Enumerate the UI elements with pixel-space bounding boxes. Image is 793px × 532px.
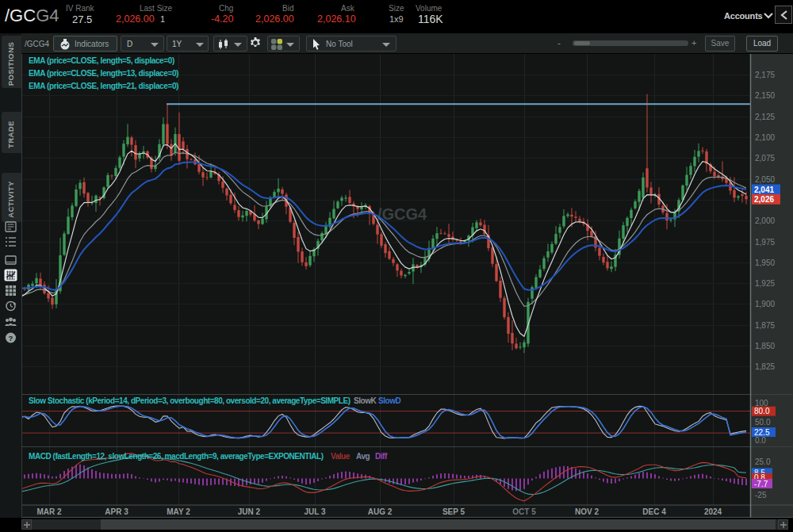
svg-text:25.0: 25.0 (755, 457, 771, 466)
svg-text:SlowK: SlowK (354, 396, 377, 405)
svg-text:NOV 2: NOV 2 (575, 507, 599, 516)
svg-text:-7.7: -7.7 (754, 480, 768, 488)
svg-text:Diff: Diff (375, 452, 388, 461)
svg-text:EMA (price=CLOSE, length=21, d: EMA (price=CLOSE, length=21, displace=0) (29, 82, 178, 90)
svg-text:OCT 5: OCT 5 (512, 507, 536, 516)
svg-text:1,925: 1,925 (755, 279, 775, 288)
svg-text:22.5: 22.5 (754, 428, 770, 437)
svg-text:2,100: 2,100 (755, 133, 775, 142)
svg-text:2024: 2024 (704, 507, 722, 516)
svg-text:MAY 2: MAY 2 (167, 507, 190, 516)
svg-text:MAR 2: MAR 2 (36, 507, 62, 516)
svg-text:JUN 2: JUN 2 (238, 507, 261, 516)
svg-text:2,000: 2,000 (755, 216, 775, 225)
svg-text:Value: Value (331, 452, 351, 461)
svg-text:0.0: 0.0 (755, 436, 766, 445)
svg-text:50.0: 50.0 (755, 418, 771, 427)
svg-text:2,175: 2,175 (755, 71, 775, 79)
svg-text:APR 3: APR 3 (105, 507, 128, 516)
svg-text:2,125: 2,125 (755, 113, 775, 121)
svg-text:/GCG4: /GCG4 (377, 205, 427, 223)
svg-text:Slow Stochastic (kPeriod=14, d: Slow Stochastic (kPeriod=14, dPeriod=3, … (29, 396, 351, 405)
svg-text:2,041: 2,041 (754, 186, 774, 194)
svg-text:2,026: 2,026 (754, 195, 774, 204)
svg-text:SlowD: SlowD (378, 396, 401, 405)
svg-text:EMA (price=CLOSE, length=13, d: EMA (price=CLOSE, length=13, displace=0) (29, 69, 178, 78)
svg-text:1,850: 1,850 (755, 342, 775, 350)
svg-text:-25: -25 (755, 491, 767, 499)
svg-text:1,950: 1,950 (755, 258, 775, 267)
svg-text:1,900: 1,900 (755, 300, 775, 308)
svg-text:2,075: 2,075 (755, 154, 775, 163)
svg-text:EMA (price=CLOSE, length=5, di: EMA (price=CLOSE, length=5, displace=0) (29, 56, 174, 65)
svg-text:1,975: 1,975 (755, 238, 775, 247)
svg-text:1,825: 1,825 (755, 362, 775, 371)
svg-text:AUG 2: AUG 2 (368, 507, 393, 516)
svg-text:MACD (fastLength=12, slowLengt: MACD (fastLength=12, slowLength=26, macd… (29, 452, 324, 461)
svg-text:1,875: 1,875 (755, 321, 775, 330)
svg-text:SEP 5: SEP 5 (442, 507, 465, 516)
svg-text:2,050: 2,050 (755, 175, 775, 184)
svg-text:JUL 3: JUL 3 (304, 507, 325, 516)
svg-text:DEC 4: DEC 4 (642, 507, 666, 516)
svg-text:2,150: 2,150 (755, 91, 775, 100)
svg-text:Avg: Avg (356, 452, 370, 461)
svg-text:80.0: 80.0 (754, 407, 770, 415)
